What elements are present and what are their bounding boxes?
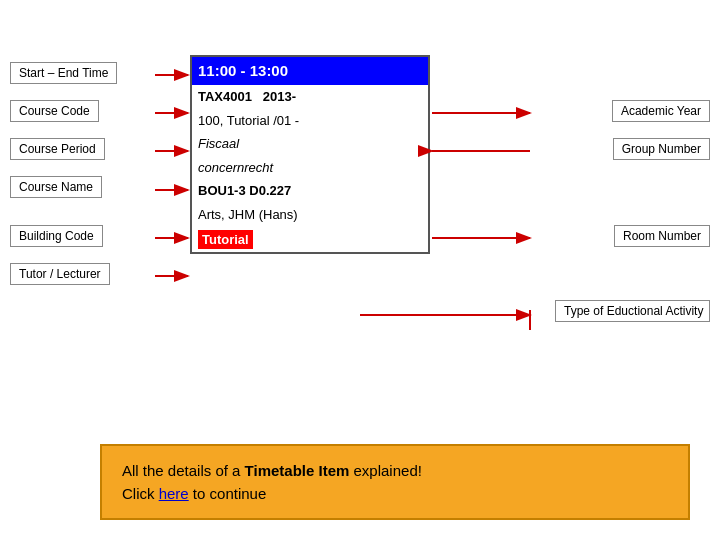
- tutor-row: Arts, JHM (Hans): [192, 203, 428, 227]
- room-number-label: Room Number: [614, 225, 710, 247]
- info-click-suffix: to continue: [189, 485, 267, 502]
- type-row: Tutorial: [192, 227, 428, 253]
- main-container: 11:00 - 13:00 TAX4001 2013- 100, Tutoria…: [0, 0, 720, 540]
- info-click-prefix: Click: [122, 485, 159, 502]
- info-line2: Click here to continue: [122, 485, 668, 502]
- course-code-label: Course Code: [10, 100, 99, 122]
- info-bold: Timetable Item: [245, 462, 350, 479]
- course-period-label: Course Period: [10, 138, 105, 160]
- name-row1: Fiscaal: [192, 132, 428, 156]
- codes-row: TAX4001 2013-: [192, 85, 428, 109]
- building-room-row: BOU1-3 D0.227: [192, 179, 428, 203]
- type-badge: Tutorial: [198, 230, 253, 250]
- period-row: 100, Tutorial /01 -: [192, 109, 428, 133]
- start-end-time-label: Start – End Time: [10, 62, 117, 84]
- info-prefix: All the details of a: [122, 462, 245, 479]
- type-educational-label: Type of Eductional Activity: [555, 300, 710, 322]
- year-value: 2013-: [263, 89, 296, 104]
- tutor-lecturer-label: Tutor / Lecturer: [10, 263, 110, 285]
- time-row: 11:00 - 13:00: [192, 57, 428, 85]
- here-link[interactable]: here: [159, 485, 189, 502]
- course-name-label: Course Name: [10, 176, 102, 198]
- group-number-label: Group Number: [613, 138, 710, 160]
- building-code-label: Building Code: [10, 225, 103, 247]
- academic-year-label: Academic Year: [612, 100, 710, 122]
- name-row2: concernrecht: [192, 156, 428, 180]
- info-box: All the details of a Timetable Item expl…: [100, 444, 690, 520]
- course-code-value: TAX4001: [198, 89, 252, 104]
- timetable-box: 11:00 - 13:00 TAX4001 2013- 100, Tutoria…: [190, 55, 430, 254]
- info-suffix: explained!: [349, 462, 422, 479]
- info-line1: All the details of a Timetable Item expl…: [122, 462, 668, 479]
